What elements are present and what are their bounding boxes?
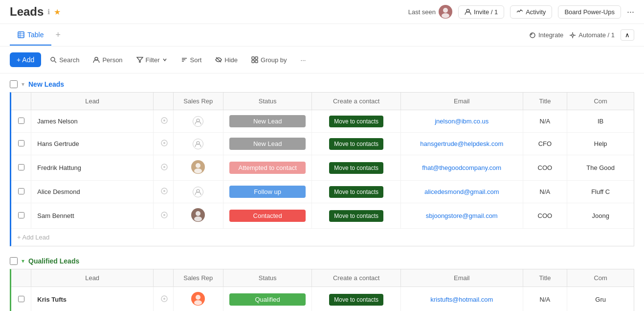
star-icon[interactable]: ★ [54, 7, 61, 17]
email-link[interactable]: jnelson@ibm.co.us [435, 118, 489, 125]
filter-button[interactable]: Filter [132, 53, 172, 67]
tabs-right: Integrate Automate / 1 ∧ [529, 29, 634, 41]
svg-point-40 [196, 295, 200, 300]
status-badge: Qualified [229, 293, 306, 306]
svg-point-9 [51, 57, 55, 61]
email-link[interactable]: fhat@thegoodcompany.com [422, 164, 501, 171]
move-to-contacts-button[interactable]: Move to contacts [329, 116, 383, 127]
company-value: Gru [567, 287, 634, 311]
filter-label: Filter [146, 56, 160, 64]
table-row: Kris TuftsQualifiedMove to contactskrist… [11, 287, 634, 311]
toolbar: + Add Search Person Filter Sort Hide Gro… [0, 47, 644, 73]
q-th-contact: Create a contact [312, 269, 401, 287]
move-to-contacts-button[interactable]: Move to contacts [329, 138, 383, 150]
chat-icon[interactable] [159, 210, 169, 221]
chat-icon[interactable] [159, 138, 169, 149]
email-link[interactable]: kristufts@hotmail.com [430, 296, 493, 303]
svg-point-25 [163, 142, 165, 144]
move-to-contacts-button[interactable]: Move to contacts [329, 210, 383, 222]
table-row: Alice DesmondFollow upMove to contactsal… [11, 181, 634, 203]
activity-button[interactable]: Activity [510, 5, 552, 19]
q-th-email: Email [400, 269, 523, 287]
table-row: Fredrik HattungAttempted to contactMove … [11, 155, 634, 181]
tab-add-button[interactable]: + [51, 24, 65, 46]
automate-label: Automate / 1 [578, 31, 615, 39]
qualified-leads-title: Qualified Leads [28, 257, 79, 265]
row-checkbox[interactable] [18, 118, 24, 124]
more-toolbar-label: ··· [301, 56, 306, 64]
hide-button[interactable]: Hide [210, 53, 243, 67]
group-by-button[interactable]: Group by [246, 53, 291, 67]
collapse-icon: ∧ [625, 31, 630, 39]
automate-button[interactable]: Automate / 1 [569, 31, 615, 39]
board-powerups-label: Board Power-Ups [564, 8, 615, 16]
qualified-leads-checkbox[interactable] [10, 257, 18, 265]
row-checkbox[interactable] [18, 188, 24, 194]
email-link[interactable]: alicedesmond@gmail.com [424, 188, 499, 195]
status-badge: Attempted to contact [229, 162, 306, 174]
title-value: COO [523, 203, 567, 229]
collapse-button[interactable]: ∧ [621, 29, 634, 41]
tab-table[interactable]: Table [10, 25, 51, 46]
invite-button[interactable]: Invite / 1 [458, 5, 504, 19]
row-checkbox[interactable] [18, 296, 24, 302]
new-leads-table: Lead Sales Rep Status Create a contact E… [11, 93, 634, 246]
q-th-company: Com [567, 269, 634, 287]
email-link[interactable]: sbjoongstore@gmail.com [426, 212, 498, 219]
th-contact: Create a contact [312, 93, 401, 110]
svg-point-39 [163, 298, 165, 300]
person-icon [193, 139, 203, 149]
page-title: Leads [10, 5, 44, 19]
email-link[interactable]: hansgertrude@helpdesk.com [420, 140, 503, 147]
new-leads-section: ▾ New Leads Lead Sales Rep Status Create… [0, 73, 644, 246]
title-value: CFO [523, 133, 567, 155]
q-th-icon [153, 269, 173, 287]
sort-button[interactable]: Sort [176, 53, 207, 67]
new-leads-title: New Leads [28, 80, 64, 88]
svg-point-32 [163, 190, 165, 192]
lead-name: Sam Bennett [31, 203, 154, 229]
qualified-leads-section: ▾ Qualified Leads Lead Sales Rep Status … [0, 250, 644, 311]
svg-point-8 [572, 34, 574, 36]
svg-point-1 [442, 13, 449, 18]
person-label: Person [102, 56, 122, 64]
sort-label: Sort [190, 56, 202, 64]
table-row: Sam BennettContactedMove to contactssbjo… [11, 203, 634, 229]
add-button[interactable]: + Add [10, 52, 41, 67]
new-leads-chevron[interactable]: ▾ [22, 81, 24, 88]
chat-icon[interactable] [159, 162, 169, 173]
status-badge: Follow up [229, 186, 306, 198]
qualified-leads-chevron[interactable]: ▾ [22, 258, 24, 264]
search-button[interactable]: Search [45, 53, 84, 67]
title-value: N/A [523, 110, 567, 133]
row-checkbox[interactable] [18, 164, 24, 170]
board-powerups-button[interactable]: Board Power-Ups [558, 5, 621, 19]
svg-point-35 [163, 214, 165, 216]
chat-icon[interactable] [159, 116, 169, 127]
move-to-contacts-button[interactable]: Move to contacts [329, 294, 383, 306]
more-toolbar-button[interactable]: ··· [296, 53, 311, 67]
new-leads-table-wrap: Lead Sales Rep Status Create a contact E… [10, 92, 634, 246]
move-to-contacts-button[interactable]: Move to contacts [329, 186, 383, 198]
table-row: James NelsonNew LeadMove to contactsjnel… [11, 110, 634, 133]
new-leads-checkbox[interactable] [10, 80, 18, 88]
company-value: The Good [567, 155, 634, 181]
more-options-button[interactable]: ··· [627, 7, 634, 17]
title-value: N/A [523, 287, 567, 311]
row-checkbox[interactable] [18, 212, 24, 218]
info-icon[interactable]: ℹ [47, 8, 50, 16]
header-right: Last seen Invite / 1 Activity Board Powe… [408, 5, 634, 19]
th-title: Title [523, 93, 567, 110]
svg-point-36 [196, 211, 200, 216]
row-checkbox[interactable] [18, 140, 24, 146]
move-to-contacts-button[interactable]: Move to contacts [329, 162, 383, 174]
chat-icon[interactable] [159, 186, 169, 197]
th-company: Com [567, 93, 634, 110]
integrate-button[interactable]: Integrate [529, 31, 563, 39]
status-badge: New Lead [229, 138, 306, 150]
lead-name: Fredrik Hattung [31, 155, 154, 181]
company-value: Fluff C [567, 181, 634, 203]
add-lead-button[interactable]: + Add Lead [11, 229, 634, 246]
person-button[interactable]: Person [88, 53, 127, 67]
chat-icon[interactable] [159, 294, 169, 305]
